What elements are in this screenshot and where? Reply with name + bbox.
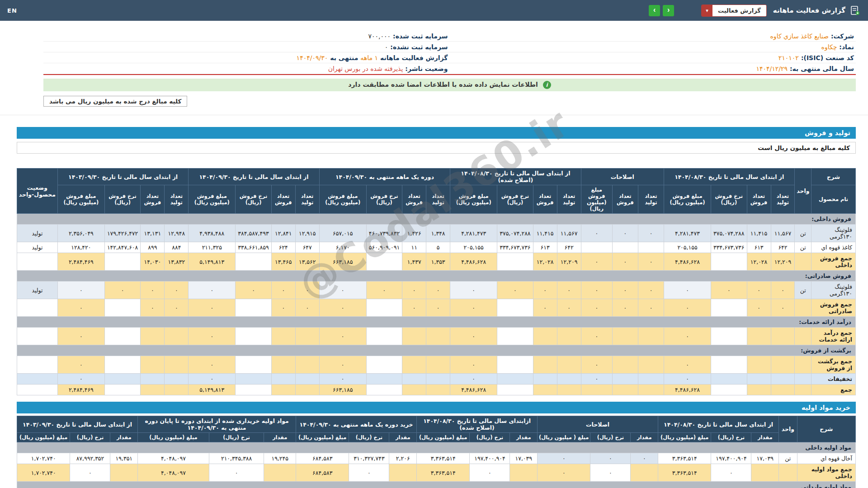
value-cell: ۶۸۴,۵۸۳ [296,464,349,482]
raw-materials-table: شرحواحداز ابتدای سال مالی تا تاریخ ۱۴۰۴/… [17,416,856,488]
report-type-dropdown[interactable]: گزارش فعالیت ▾ [701,5,767,17]
info-isic: کد صنعت (ISIC): ۲۱۰۱۰۲ [450,52,856,63]
value-cell: ۰ [664,374,711,385]
column-header: نرخ فروش (ریال) [366,185,402,214]
value-cell: ۵۶۰,۹۰۹,۰۹۱ [366,242,402,253]
prev-report-button[interactable]: ‹ [649,5,660,16]
value-cell [271,374,295,385]
page-title: گزارش فعالیت ماهانه [773,6,845,14]
symbol-link[interactable]: چکاوه [821,43,837,51]
sum-row: جمع مواد اولیه داخلی۰۳,۳۶۳,۵۱۴۰۰۰۳,۳۶۳,۵… [17,464,856,482]
value-cell: ۱۲,۲۰۹ [771,253,795,271]
column-header: مقدار [389,433,417,442]
language-toggle[interactable]: EN [7,7,17,14]
value-cell: ۰ [319,282,366,299]
value-cell [638,374,664,385]
product-status-cell [17,328,58,345]
column-header: نام محصول [811,185,856,214]
column-header: نرخ (ریال) [590,433,631,442]
value-cell: ۱۲,۲۰۹ [557,253,581,271]
value-cell [497,374,533,385]
value-cell: ۳۱۰,۳۲۷,۷۴۳ [349,453,389,464]
value-cell [104,299,140,317]
row-label-cell: تخفیفات [811,374,856,385]
value-cell: ۰ [141,299,165,317]
column-header: تعداد تولید [771,185,795,214]
value-cell: ۰ [557,282,581,299]
value-cell: ۰ [771,282,795,299]
section-row: فروش داخلی: [17,214,856,225]
column-header: مقدار [631,433,658,442]
value-cell: ۶,۱۷۰ [319,242,366,253]
column-header: مبلغ فروش (میلیون ریال) [319,185,366,214]
product-status-cell [17,374,58,385]
value-cell [771,385,795,395]
column-header: نرخ (ریال) [70,433,110,442]
value-cell [711,299,747,317]
value-cell: ۰ [57,282,104,299]
amounts-note: کلیه مبالغ درج شده به میلیون ریال می باش… [43,96,187,107]
value-cell: ۰ [581,328,612,345]
value-cell: ۰ [581,374,612,385]
info-fiscal-year: سال مالی منتهی به: ۱۴۰۴/۱۲/۲۹ [450,63,856,74]
value-cell: ۰ [189,328,236,345]
value-cell [366,328,402,345]
column-header: مقدار [110,433,138,442]
production-units-note: کلیه مبالغ به میلیون ریال است [17,142,856,154]
value-cell: ۱۳,۸۳۲ [165,253,189,271]
value-cell [638,356,664,374]
raw-materials-section: خرید مواد اولیه شرحواحداز ابتدای سال مال… [17,402,856,488]
next-report-button[interactable]: › [663,5,674,16]
value-cell: ۰ [557,299,581,317]
value-cell: ۱۱,۴۱۵ [533,225,557,242]
value-cell [612,328,638,345]
section-label-cell: برگشت از فروش: [17,345,856,356]
value-cell: ۵,۱۴۹,۸۱۳ [189,253,236,271]
value-cell: ۳۳۴,۶۷۳,۷۳۶ [497,242,533,253]
unregistered-capital-label: سرمایه ثبت نشده: [390,43,448,51]
sum-row: جمع فروش صادراتی۰۰۰۰۰۰۰۰۰۰۰۰۰۰۰۰۰۰ [17,299,856,317]
product-status-cell [17,299,58,317]
value-cell [236,385,271,395]
value-cell [711,374,747,385]
column-header: مبلغ ( میلیون ریال) [538,433,590,442]
value-cell: ۱۳,۱۳۱ [141,225,165,242]
value-cell [141,356,165,374]
value-cell: ۴,۰۴۸,۰۹۷ [138,453,209,464]
column-header: تعداد تولید [638,185,664,214]
product-status-cell: تولید [17,282,58,299]
value-cell [104,374,140,385]
value-cell [612,242,638,253]
column-header: تعداد فروش [747,185,771,214]
value-cell: ۲۱۰,۳۴۵,۳۸۸ [209,453,264,464]
company-link[interactable]: صنایع کاغذ سازي کاوه [770,33,829,40]
monthly-report-icon[interactable] [849,5,861,16]
value-cell [497,385,533,395]
value-cell: ۱۱ [402,242,426,253]
value-cell [747,328,771,345]
value-cell: ۰ [189,374,236,385]
value-cell [612,385,638,395]
value-cell [236,374,271,385]
column-header: مبلغ فروش (میلیون ریال) [581,185,612,214]
value-cell: ۶۴۲ [771,242,795,253]
value-cell: ۰ [664,299,711,317]
value-cell [141,374,165,385]
value-cell [711,356,747,374]
amounts-note-row: کلیه مبالغ درج شده به میلیون ریال می باش… [43,96,856,107]
column-header: نرخ (ریال) [470,433,510,442]
value-cell [402,356,426,374]
value-cell: ۰ [450,328,497,345]
info-report-period: گزارش فعالیت ماهانه ۱ ماهه منتهی به ۱۴۰۴… [43,52,450,63]
chevron-down-icon: ▾ [702,5,712,16]
value-cell: ۱۲۸,۴۲۰ [57,242,104,253]
value-cell: ۰ [538,464,590,482]
column-group-header: اصلاحات [581,169,664,185]
column-group-header: از ابتدای سال مالی تا تاریخ ۱۴۰۴/۰۸/۳۰ [658,416,779,433]
column-header: مقدار [751,433,779,442]
value-cell: ۰ [295,299,319,317]
production-sales-section: تولید و فروش کلیه مبالغ به میلیون ریال ا… [17,127,856,395]
column-header: واحد [779,416,797,442]
raw-materials-header: خرید مواد اولیه [17,402,856,413]
column-header: نرخ (ریال) [209,433,264,442]
